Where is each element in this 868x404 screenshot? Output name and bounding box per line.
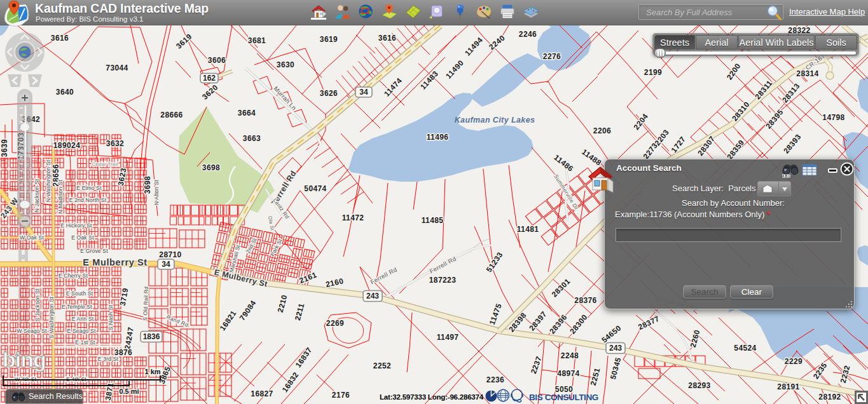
- svg-text:S Old Rail Rd: S Old Rail Rd: [142, 286, 149, 321]
- svg-text:1836: 1836: [143, 332, 160, 341]
- svg-text:E Elmo St: E Elmo St: [76, 185, 102, 191]
- svg-text:11485: 11485: [422, 216, 444, 225]
- svg-text:28191: 28191: [777, 382, 799, 391]
- svg-text:3606: 3606: [208, 56, 226, 65]
- svg-text:0.5 mi: 0.5 mi: [119, 387, 139, 395]
- svg-text:187223: 187223: [429, 276, 456, 285]
- svg-text:S Washington St: S Washington St: [48, 297, 55, 339]
- svg-text:3616: 3616: [378, 34, 396, 43]
- svg-text:E Cherry St: E Cherry St: [59, 273, 88, 279]
- svg-text:S Jackson St: S Jackson St: [34, 288, 41, 321]
- svg-text:E 3rd St: E 3rd St: [98, 356, 119, 362]
- svg-text:3630: 3630: [277, 60, 294, 69]
- svg-text:bing: bing: [3, 347, 46, 372]
- svg-text:3698: 3698: [143, 176, 152, 194]
- svg-text:3640: 3640: [56, 88, 74, 97]
- svg-text:2176: 2176: [332, 391, 350, 400]
- svg-text:243: 243: [366, 292, 379, 300]
- svg-text:3664: 3664: [238, 109, 256, 118]
- svg-text:2252: 2252: [373, 361, 391, 370]
- svg-text:E Grove St: E Grove St: [80, 248, 108, 254]
- svg-text:28293: 28293: [688, 381, 710, 390]
- svg-text:E Mulberry St: E Mulberry St: [83, 257, 147, 267]
- svg-text:N Madison St: N Madison St: [57, 180, 64, 214]
- svg-text:50474: 50474: [304, 184, 326, 193]
- svg-text:14798: 14798: [822, 113, 844, 122]
- svg-text:3681: 3681: [248, 36, 266, 45]
- svg-text:E 2nd North St: E 2nd North St: [69, 197, 107, 203]
- svg-text:2229: 2229: [785, 357, 803, 366]
- svg-text:S Nash St: S Nash St: [107, 305, 114, 331]
- svg-text:73044: 73044: [106, 64, 128, 72]
- svg-text:3663: 3663: [243, 134, 261, 143]
- svg-text:2236: 2236: [486, 375, 504, 384]
- svg-text:3626: 3626: [320, 89, 338, 98]
- svg-text:11496: 11496: [427, 133, 449, 142]
- svg-text:48974: 48974: [557, 369, 579, 378]
- svg-text:1 km: 1 km: [144, 368, 160, 375]
- svg-text:W Seago St: W Seago St: [17, 328, 47, 334]
- svg-text:11497: 11497: [437, 333, 459, 342]
- svg-text:11472: 11472: [342, 213, 364, 222]
- svg-text:28314: 28314: [796, 69, 818, 78]
- svg-text:162: 162: [203, 74, 216, 83]
- svg-text:E Seago St: E Seago St: [67, 328, 95, 334]
- svg-text:N Alton St: N Alton St: [153, 180, 160, 205]
- svg-text:189024: 189024: [53, 141, 80, 150]
- svg-text:2248: 2248: [561, 351, 579, 360]
- svg-text:3619: 3619: [320, 35, 338, 44]
- svg-text:E South St: E South St: [66, 290, 93, 297]
- svg-text:A B C: A B C: [782, 174, 791, 178]
- svg-text:34: 34: [162, 260, 170, 269]
- svg-text:28376: 28376: [574, 296, 596, 305]
- svg-text:28666: 28666: [160, 111, 183, 119]
- svg-text:E Ann St: E Ann St: [72, 316, 94, 322]
- svg-text:Cedar Trail: Cedar Trail: [92, 161, 118, 167]
- svg-text:3698: 3698: [202, 163, 220, 172]
- svg-text:34: 34: [359, 88, 368, 97]
- svg-text:28192: 28192: [818, 393, 841, 401]
- svg-text:E Temple St: E Temple St: [62, 304, 92, 310]
- svg-text:2206: 2206: [593, 126, 611, 135]
- svg-text:54524: 54524: [734, 344, 756, 353]
- svg-text:16827: 16827: [251, 389, 273, 398]
- svg-text:11481: 11481: [517, 225, 539, 234]
- svg-text:2269: 2269: [326, 319, 344, 328]
- svg-text:2246: 2246: [519, 30, 537, 39]
- svg-text:Kaufman City Lakes: Kaufman City Lakes: [455, 116, 535, 125]
- svg-text:2276: 2276: [543, 52, 561, 61]
- svg-text:E Hickory St: E Hickory St: [60, 222, 92, 229]
- svg-text:243: 243: [609, 344, 622, 353]
- svg-text:E Oak St: E Oak St: [71, 234, 94, 241]
- svg-text:28710: 28710: [159, 250, 181, 259]
- svg-text:3632: 3632: [106, 139, 124, 148]
- svg-text:2199: 2199: [644, 68, 662, 77]
- svg-text:E 1st St: E 1st St: [75, 339, 95, 346]
